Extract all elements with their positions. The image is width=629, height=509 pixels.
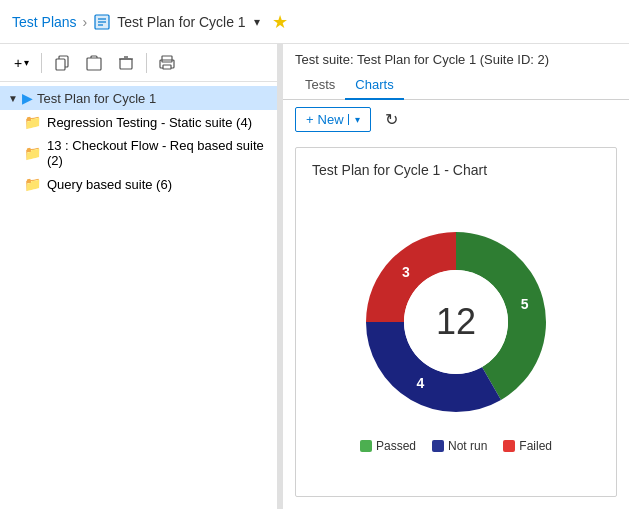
plan-name: Test Plan for Cycle 1 <box>117 14 245 30</box>
tab-charts[interactable]: Charts <box>345 71 403 100</box>
new-plus-icon: + <box>306 112 314 127</box>
tree-children: 📁 Regression Testing - Static suite (4) … <box>0 110 277 196</box>
legend-failed-label: Failed <box>519 439 552 453</box>
legend-passed-label: Passed <box>376 439 416 453</box>
new-chart-button[interactable]: + New ▾ <box>295 107 371 132</box>
toolbar-divider-2 <box>146 53 147 73</box>
chart-area: Test Plan for Cycle 1 - Chart 543 12 Pas… <box>283 139 629 509</box>
delete-button[interactable] <box>112 51 140 75</box>
folder-icon-1: 📁 <box>24 114 41 130</box>
new-dropdown-arrow[interactable]: ▾ <box>348 114 360 125</box>
suite-title: Test suite: Test Plan for Cycle 1 (Suite… <box>295 52 549 67</box>
tabs-bar: Tests Charts <box>283 71 629 100</box>
favorite-star-icon[interactable]: ★ <box>272 11 288 33</box>
test-plan-icon <box>93 13 111 31</box>
main-layout: + ▾ ▼ ▶ Test Plan for Cycle 1 <box>0 44 629 509</box>
svg-rect-11 <box>162 56 172 62</box>
paste-button[interactable] <box>80 51 108 75</box>
legend-notrun: Not run <box>432 439 487 453</box>
tree-container: ▼ ▶ Test Plan for Cycle 1 📁 Regression T… <box>0 82 277 509</box>
svg-text:4: 4 <box>417 375 425 391</box>
suite-name: Test Plan for Cycle 1 (Suite ID: 2) <box>357 52 549 67</box>
tree-root-label: Test Plan for Cycle 1 <box>37 91 156 106</box>
copy-button[interactable] <box>48 51 76 75</box>
tree-child-item-3[interactable]: 📁 Query based suite (6) <box>16 172 277 196</box>
chart-title: Test Plan for Cycle 1 - Chart <box>312 162 600 178</box>
legend-passed-dot <box>360 440 372 452</box>
svg-rect-13 <box>163 65 171 69</box>
legend-notrun-label: Not run <box>448 439 487 453</box>
breadcrumb: Test Plans › Test Plan for Cycle 1 ▾ ★ <box>12 11 288 33</box>
add-dropdown-arrow[interactable]: ▾ <box>24 57 29 68</box>
print-button[interactable] <box>153 51 181 75</box>
folder-icon-2: 📁 <box>24 145 41 161</box>
plan-dropdown-chevron[interactable]: ▾ <box>254 15 260 29</box>
left-panel: + ▾ ▼ ▶ Test Plan for Cycle 1 <box>0 44 278 509</box>
legend-failed-dot <box>503 440 515 452</box>
add-plus-icon: + <box>14 55 22 71</box>
right-panel: Test suite: Test Plan for Cycle 1 (Suite… <box>283 44 629 509</box>
svg-text:3: 3 <box>402 264 410 280</box>
new-label: New <box>318 112 344 127</box>
tree-root-item[interactable]: ▼ ▶ Test Plan for Cycle 1 <box>0 86 277 110</box>
tree-child-item-2[interactable]: 📁 13 : Checkout Flow - Req based suite (… <box>16 134 277 172</box>
chart-card: Test Plan for Cycle 1 - Chart 543 12 Pas… <box>295 147 617 497</box>
root-folder-icon: ▶ <box>22 90 33 106</box>
tree-child-label-2: 13 : Checkout Flow - Req based suite (2) <box>47 138 269 168</box>
legend-passed: Passed <box>360 439 416 453</box>
svg-text:5: 5 <box>521 296 529 312</box>
chart-legend: Passed Not run Failed <box>360 439 552 453</box>
header: Test Plans › Test Plan for Cycle 1 ▾ ★ <box>0 0 629 44</box>
breadcrumb-test-plans[interactable]: Test Plans <box>12 14 77 30</box>
folder-icon-3: 📁 <box>24 176 41 192</box>
donut-svg: 543 <box>351 217 561 427</box>
suite-prefix: Test suite: <box>295 52 354 67</box>
suite-header: Test suite: Test Plan for Cycle 1 (Suite… <box>283 44 629 67</box>
chart-toolbar: + New ▾ ↻ <box>283 100 629 139</box>
refresh-button[interactable]: ↻ <box>377 106 406 133</box>
svg-point-17 <box>404 270 508 374</box>
svg-rect-8 <box>120 59 132 69</box>
toolbar-divider-1 <box>41 53 42 73</box>
svg-rect-7 <box>87 58 101 70</box>
tree-child-label-1: Regression Testing - Static suite (4) <box>47 115 252 130</box>
breadcrumb-separator: › <box>83 14 88 30</box>
tree-child-label-3: Query based suite (6) <box>47 177 172 192</box>
tree-child-item-1[interactable]: 📁 Regression Testing - Static suite (4) <box>16 110 277 134</box>
chart-body: 543 12 Passed Not run <box>312 188 600 482</box>
left-toolbar: + ▾ <box>0 44 277 82</box>
legend-failed: Failed <box>503 439 552 453</box>
svg-rect-6 <box>56 59 65 70</box>
donut-chart: 543 12 <box>351 217 561 427</box>
expand-icon: ▼ <box>8 93 18 104</box>
tab-tests[interactable]: Tests <box>295 71 345 100</box>
legend-notrun-dot <box>432 440 444 452</box>
add-button[interactable]: + ▾ <box>8 51 35 75</box>
